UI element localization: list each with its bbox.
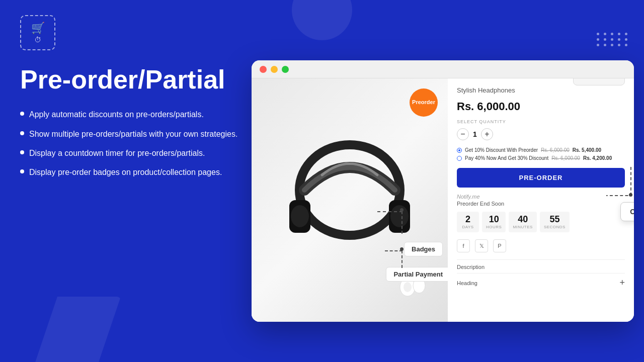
left-panel: Pre-order/Partial Apply automatic discou… bbox=[20, 65, 267, 178]
product-image-area: Preorder Badges Partial Payment bbox=[252, 78, 448, 322]
feature-item-4: Display pre-order badges on product/coll… bbox=[20, 167, 267, 178]
browser-window: Preorder Badges Partial Payment Stylish … bbox=[252, 60, 634, 322]
discount-option-1[interactable]: Get 10% Discount With Preorder Rs. 6,000… bbox=[457, 147, 625, 153]
description-row: Description bbox=[457, 259, 625, 270]
bullet-icon bbox=[20, 131, 24, 135]
notify-section: Notify.me Preorder End Soon bbox=[457, 194, 625, 207]
preorder-badge: Preorder bbox=[410, 88, 438, 117]
notify-label: Notify.me bbox=[457, 194, 625, 200]
headphones-image bbox=[274, 125, 425, 276]
quantity-controls: − 1 + bbox=[457, 128, 625, 140]
qty-increase-button[interactable]: + bbox=[481, 128, 493, 140]
logo: 🛒 ⏱ bbox=[20, 15, 55, 50]
partial-dot bbox=[400, 247, 404, 251]
heading-expand-icon[interactable]: + bbox=[619, 278, 625, 288]
bullet-icon bbox=[20, 169, 24, 173]
preorder-top-button[interactable]: Pre-Order bbox=[573, 78, 625, 85]
product-name: Stylish Headphones bbox=[457, 86, 515, 94]
badges-dashed-line bbox=[377, 211, 403, 234]
dots-decoration bbox=[597, 33, 629, 46]
heading-label: Heading bbox=[457, 280, 477, 286]
bg-decoration-shape bbox=[30, 297, 121, 362]
bullet-icon bbox=[20, 112, 24, 116]
partial-dashed-line bbox=[385, 250, 403, 268]
feature-list: Apply automatic discounts on pre-orders/… bbox=[20, 109, 267, 178]
qty-decrease-button[interactable]: − bbox=[457, 128, 469, 140]
twitter-icon[interactable]: 𝕏 bbox=[475, 239, 488, 252]
radio-btn-1[interactable] bbox=[457, 148, 462, 153]
countdown-timer-annotation-label: Countdown Timer bbox=[620, 202, 634, 221]
minimize-button[interactable] bbox=[271, 66, 278, 73]
social-icons: f 𝕏 P bbox=[457, 239, 625, 252]
maximize-button[interactable] bbox=[282, 66, 289, 73]
description-label: Description bbox=[457, 264, 485, 270]
pinterest-icon[interactable]: P bbox=[493, 239, 506, 252]
heading-row: Heading + bbox=[457, 273, 625, 288]
discount-options: Get 10% Discount With Preorder Rs. 6,000… bbox=[457, 147, 625, 161]
feature-item-1: Apply automatic discounts on pre-orders/… bbox=[20, 109, 267, 120]
logo-cart-icon: 🛒 bbox=[31, 22, 45, 35]
countdown-dashed-line bbox=[606, 166, 631, 196]
radio-btn-2[interactable] bbox=[457, 156, 462, 161]
close-button[interactable] bbox=[260, 66, 267, 73]
product-info-panel: Stylish Headphones Pre-Order Rs. 6,000.0… bbox=[448, 78, 634, 322]
qty-value: 1 bbox=[473, 130, 477, 138]
badges-dot bbox=[400, 208, 404, 212]
timer-hours: 10 HOURS bbox=[482, 212, 506, 232]
logo-clock-icon: ⏱ bbox=[34, 36, 41, 44]
countdown-dot bbox=[629, 193, 632, 197]
feature-item-3: Display a countdown timer for pre-orders… bbox=[20, 148, 267, 159]
timer-days: 2 DAYS bbox=[457, 212, 479, 232]
svg-point-6 bbox=[404, 282, 412, 292]
bg-decoration-circle bbox=[292, 0, 352, 40]
bullet-icon bbox=[20, 150, 24, 154]
partial-payment-annotation-label: Partial Payment bbox=[386, 267, 448, 282]
browser-titlebar bbox=[252, 60, 634, 78]
select-quantity-label: SELECT QUANTITY bbox=[457, 119, 625, 124]
preorder-end-label: Preorder End Soon bbox=[457, 201, 625, 207]
feature-item-2: Show multiple pre-orders/partials with y… bbox=[20, 129, 267, 140]
badges-annotation-label: Badges bbox=[404, 242, 443, 256]
svg-point-3 bbox=[291, 205, 309, 227]
discount-option-2[interactable]: Pay 40% Now And Get 30% Discount Rs. 6,0… bbox=[457, 155, 625, 161]
timer-minutes: 40 MINUTES bbox=[509, 212, 537, 232]
product-price: Rs. 6,000.00 bbox=[457, 100, 625, 113]
timer-seconds: 55 SECONDS bbox=[540, 212, 570, 232]
countdown-timer: 2 DAYS 10 HOURS 40 MINUTES 55 SECONDS bbox=[457, 212, 625, 232]
facebook-icon[interactable]: f bbox=[457, 239, 470, 252]
preorder-main-button[interactable]: PRE-ORDER bbox=[457, 168, 625, 188]
page-title: Pre-order/Partial bbox=[20, 65, 267, 94]
browser-content: Preorder Badges Partial Payment Stylish … bbox=[252, 78, 634, 322]
